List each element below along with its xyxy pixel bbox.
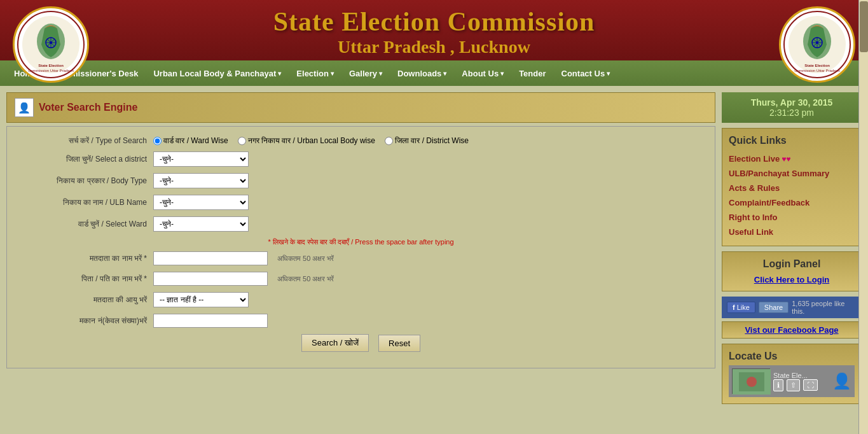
button-row: Search / खोजें Reset [20,334,702,352]
scrollbar-thumb[interactable] [860,1,868,52]
radio-ulb-label: नगर निकाय वार / Urban Local Body wise [248,136,375,145]
svg-text:Commission Uttar Pradesh: Commission Uttar Pradesh [28,69,74,73]
voter-icon: 👤 [15,98,34,117]
map-info: State Ele... ℹ ⇧ ⛶ [773,372,818,391]
locate-us-box: Locate Us State Ele... ℹ ⇧ ⛶ [722,344,862,404]
fb-share-button[interactable]: Share [759,302,789,313]
fb-count: 1,635 people like this. [792,300,857,315]
quick-link-complaint[interactable]: Complaint/Feedback [729,195,855,210]
voter-name-hint: अधिकतम 50 अक्षर भरें [277,255,334,263]
right-panel: Thurs, Apr 30, 2015 2:31:23 pm Quick Lin… [722,92,862,404]
search-type-label: सर्च करें / Type of Search [20,136,147,145]
header-title: State Election Commission Uttar Pradesh … [0,6,868,57]
radio-ward-label: वार्ड वार / Ward Wise [163,136,228,145]
datetime-box: Thurs, Apr 30, 2015 2:31:23 pm [722,92,862,123]
quick-link-acts-rules[interactable]: Acts & Rules [729,181,855,195]
map-info-button[interactable]: ℹ [773,379,783,391]
radio-ward-wise[interactable]: वार्ड वार / Ward Wise [153,136,228,145]
facebook-bar: f Like Share 1,635 people like this. [722,297,862,318]
login-panel-title: Login Panel [729,258,855,270]
ward-label: वार्ड चुनें / Select Ward [20,220,147,228]
voter-name-label: मतदाता का नाम भरें * [20,254,147,263]
nav-contact-us[interactable]: Contact Us ▾ [554,62,618,85]
fb-share-label: Share [764,304,783,311]
datetime-time: 2:31:23 pm [729,108,854,118]
body-type-select[interactable]: -चुने- [153,173,249,188]
body-type-label: निकाय का प्रकार / Body Type [20,176,147,185]
main-container: 👤 Voter Search Engine सर्च करें / Type o… [0,86,868,410]
voter-search-header: 👤 Voter Search Engine [6,92,715,123]
radio-district-label: जिला वार / District Wise [395,136,469,145]
nav-about-us[interactable]: About Us ▾ [454,62,511,85]
login-panel-box: Login Panel Click Here to Login [722,251,862,291]
logo-left: State Election Commission Uttar Pradesh [13,6,89,83]
svg-text:Commission Uttar Pradesh: Commission Uttar Pradesh [794,69,840,73]
fb-icon: f [733,304,735,311]
ward-select[interactable]: -चुने- [153,216,249,232]
map-share-button[interactable]: ⇧ [787,379,800,391]
locate-us-title: Locate Us [729,351,855,362]
login-link[interactable]: Click Here to Login [754,275,829,284]
map-person-icon: 👤 [832,372,851,390]
ulb-name-select[interactable]: -चुने- [153,195,249,210]
father-name-hint: अधिकतम 50 अक्षर भरें [277,275,334,283]
nav-ulb-panchayat[interactable]: Urban Local Body & Panchayat ▾ [146,62,289,85]
radio-ulb-input[interactable] [238,137,246,145]
father-name-input[interactable] [153,272,268,286]
locate-us-preview: State Ele... ℹ ⇧ ⛶ 👤 [729,365,855,397]
ulb-name-label: निकाय का नाम / ULB Name [20,198,147,207]
district-select[interactable]: -चुने- [153,151,249,167]
quick-link-election-live[interactable]: Election Live ♥♥ [729,151,855,166]
age-select[interactable]: -- ज्ञात नहीं है -- [153,292,249,307]
district-label: जिला चुनें/ Select a district [20,155,147,164]
father-name-row: पिता / पति का नाम भरें * अधिकतम 50 अक्षर… [20,272,702,286]
search-form-container: सर्च करें / Type of Search वार्ड वार / W… [6,126,715,368]
search-type-radio-group: वार्ड वार / Ward Wise नगर निकाय वार / Ur… [153,136,469,145]
nav-tender[interactable]: Tender [511,62,553,85]
house-no-input[interactable] [153,314,268,328]
svg-text:State Election: State Election [38,64,64,67]
datetime-date: Thurs, Apr 30, 2015 [729,97,854,108]
voter-search-title: Voter Search Engine [39,102,137,113]
quick-link-useful-link[interactable]: Useful Link [729,225,855,239]
sub-title: Uttar Pradesh , Lucknow [0,37,868,57]
map-thumbnail [732,368,770,394]
ward-row: वार्ड चुनें / Select Ward -चुने- [20,216,702,232]
quick-link-right-to-info[interactable]: Right to Info [729,210,855,225]
quick-links-box: Quick Links Election Live ♥♥ ULB/Panchay… [722,128,862,246]
svg-text:State Election: State Election [804,64,830,67]
map-icons: ℹ ⇧ ⛶ [773,379,818,391]
svg-point-24 [747,377,757,387]
radio-ward-input[interactable] [153,137,162,145]
left-panel: 👤 Voter Search Engine सर्च करें / Type o… [6,92,715,404]
voter-name-input[interactable] [153,251,268,265]
nav-election[interactable]: Election ▾ [289,62,341,85]
quick-links-title: Quick Links [729,135,855,146]
visit-fb-link[interactable]: Vist our Facebook Page [722,321,862,339]
main-title: State Election Commission [0,6,868,37]
ulb-name-row: निकाय का नाम / ULB Name -चुने- [20,195,702,210]
reset-button[interactable]: Reset [378,335,420,352]
radio-ulb-wise[interactable]: नगर निकाय वार / Urban Local Body wise [238,136,375,145]
body-type-row: निकाय का प्रकार / Body Type -चुने- [20,173,702,188]
nav-gallery[interactable]: Gallery ▾ [341,62,390,85]
house-no-row: मकान नं(केवल संख्या)भरें [20,314,702,328]
map-expand-button[interactable]: ⛶ [803,379,818,391]
nav-downloads[interactable]: Downloads ▾ [390,62,454,85]
age-row: मतदाता की आयु भरें -- ज्ञात नहीं है -- [20,292,702,307]
hearts-icon: ♥♥ [782,155,790,164]
father-name-label: पिता / पति का नाम भरें * [20,274,147,283]
age-label: मतदाता की आयु भरें [20,295,147,304]
scrollbar-right[interactable] [858,0,868,410]
radio-district-input[interactable] [385,137,393,145]
fb-like-button[interactable]: f Like [727,302,755,313]
search-type-row: सर्च करें / Type of Search वार्ड वार / W… [20,136,702,145]
quick-link-ulb-summary[interactable]: ULB/Panchayat Summary [729,166,855,181]
house-no-label: मकान नं(केवल संख्या)भरें [20,316,147,325]
radio-district-wise[interactable]: जिला वार / District Wise [385,136,469,145]
logo-right: State Election Commission Uttar Pradesh [779,6,855,83]
voter-name-row: मतदाता का नाम भरें * अधिकतम 50 अक्षर भरे… [20,251,702,265]
district-row: जिला चुनें/ Select a district -चुने- [20,151,702,167]
search-button[interactable]: Search / खोजें [301,334,369,352]
fb-like-label: Like [737,304,750,311]
